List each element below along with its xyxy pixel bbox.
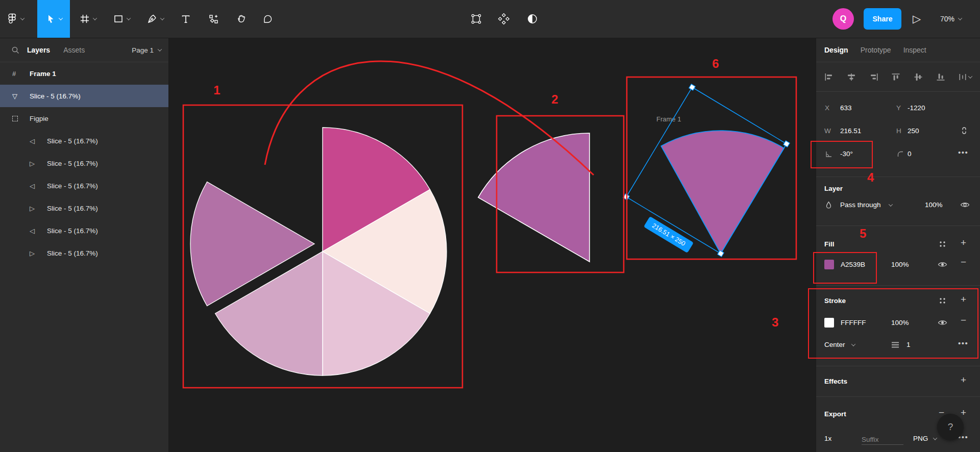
blend-mode-icon — [825, 201, 832, 210]
rotation-value[interactable]: -30° — [840, 150, 853, 158]
chevron-down-icon[interactable] — [58, 16, 62, 20]
align-top-icon[interactable] — [891, 73, 900, 81]
chevron-down-icon[interactable] — [127, 16, 131, 20]
figma-menu[interactable] — [7, 0, 24, 38]
align-right-icon[interactable] — [869, 73, 878, 81]
effects-section-title: Effects — [824, 378, 847, 385]
fill-color-swatch[interactable] — [824, 260, 834, 269]
present-button[interactable]: ▷ — [913, 0, 921, 38]
layer-section-title: Layer — [824, 185, 843, 192]
eye-icon[interactable] — [960, 202, 970, 208]
text-tool[interactable] — [181, 0, 191, 38]
component-tool[interactable] — [208, 0, 219, 38]
stroke-weight-value[interactable]: 1 — [906, 341, 911, 348]
zoom-control[interactable]: 70% — [940, 0, 962, 38]
layer-label: Slice - 5 (16.7%) — [47, 249, 98, 257]
eye-icon[interactable] — [938, 261, 947, 268]
slice-icon — [12, 116, 30, 121]
stroke-opacity[interactable]: 100% — [891, 319, 909, 327]
fill-hex-value[interactable]: A2539B — [841, 261, 865, 268]
play-icon: ▷ — [913, 13, 921, 25]
styles-icon[interactable] — [939, 297, 946, 305]
shape-tool[interactable] — [113, 0, 130, 38]
edit-object-button[interactable] — [470, 0, 482, 38]
layer-opacity[interactable]: 100% — [925, 201, 943, 209]
layer-row[interactable]: Figpie — [0, 107, 168, 130]
annotation-number-6: 6 — [712, 57, 719, 70]
layer-row[interactable]: ◁Slice - 5 (16.7%) — [0, 174, 168, 197]
selection-handle[interactable] — [718, 250, 724, 257]
layer-row[interactable]: ◁Slice - 5 (16.7%) — [0, 130, 168, 152]
stroke-color-swatch[interactable] — [824, 318, 834, 328]
search-icon[interactable] — [11, 46, 20, 55]
canvas-frame-label[interactable]: Frame 1 — [656, 115, 681, 123]
width-value[interactable]: 216.51 — [840, 127, 861, 135]
suffix-input[interactable] — [862, 435, 903, 445]
layer-row[interactable]: ▷Slice - 5 (16.7%) — [0, 242, 168, 264]
page-selector[interactable]: Page 1 — [132, 46, 161, 54]
tab-assets[interactable]: Assets — [63, 46, 85, 54]
distribute-menu[interactable] — [959, 73, 972, 81]
layer-row[interactable]: #Frame 1 — [0, 62, 168, 85]
layer-row[interactable]: ▷Slice - 5 (16.7%) — [0, 197, 168, 219]
triangle-right-icon: ▷ — [30, 160, 47, 167]
layer-label: Slice - 5 (16.7%) — [47, 160, 98, 167]
tab-layers[interactable]: Layers — [27, 46, 50, 54]
x-value[interactable]: 633 — [840, 104, 852, 112]
selection-handle[interactable] — [689, 84, 695, 90]
comment-icon — [262, 14, 273, 24]
more-options-icon[interactable]: ••• — [958, 148, 968, 157]
avatar[interactable]: Q — [832, 8, 854, 30]
share-button[interactable]: Share — [864, 8, 901, 30]
tab-inspect[interactable]: Inspect — [903, 46, 926, 54]
stroke-hex-value[interactable]: FFFFFF — [841, 319, 866, 327]
chevron-down-icon — [968, 74, 972, 78]
align-left-icon[interactable] — [824, 73, 834, 81]
variants-button[interactable] — [498, 0, 510, 38]
align-bottom-icon[interactable] — [936, 73, 945, 81]
corner-radius-icon — [896, 150, 904, 158]
chevron-down-icon[interactable] — [93, 16, 97, 20]
export-format[interactable]: PNG — [913, 435, 928, 442]
constrain-proportions-icon[interactable] — [960, 126, 968, 135]
pen-tool[interactable] — [147, 0, 164, 38]
add-export-icon[interactable]: + — [961, 407, 966, 418]
hand-tool[interactable] — [236, 0, 247, 38]
frame-tool[interactable] — [80, 0, 96, 38]
help-button[interactable]: ? — [937, 414, 964, 440]
mask-icon — [526, 13, 538, 25]
fill-opacity[interactable]: 100% — [891, 261, 909, 268]
add-fill-icon[interactable]: + — [961, 237, 966, 248]
comment-tool[interactable] — [262, 0, 273, 38]
chevron-down-icon[interactable] — [160, 16, 164, 20]
canvas[interactable]: Frame 1216.51 × 250126 — [169, 38, 816, 452]
inspector-tabs: Design Prototype Inspect — [816, 38, 980, 62]
chevron-down-icon — [889, 202, 893, 206]
dragged-slice[interactable] — [478, 133, 590, 262]
eye-icon[interactable] — [938, 319, 947, 326]
y-value[interactable]: -1220 — [908, 104, 925, 112]
tab-prototype[interactable]: Prototype — [861, 46, 891, 54]
styles-icon[interactable] — [939, 240, 946, 248]
remove-fill-icon[interactable]: − — [961, 257, 966, 268]
height-value[interactable]: 250 — [908, 127, 919, 135]
move-tool[interactable] — [37, 0, 70, 38]
blend-mode-value[interactable]: Pass through — [840, 201, 881, 209]
stroke-align-value[interactable]: Center — [824, 341, 845, 348]
corner-radius-value[interactable]: 0 — [908, 150, 912, 158]
align-horizontal-center-icon[interactable] — [847, 73, 856, 81]
remove-stroke-icon[interactable]: − — [961, 315, 966, 326]
triangle-left-icon: ◁ — [30, 182, 47, 190]
add-effect-icon[interactable]: + — [961, 374, 966, 386]
selection-handle[interactable] — [783, 141, 790, 147]
add-stroke-icon[interactable]: + — [961, 294, 966, 305]
more-options-icon[interactable]: ••• — [958, 339, 968, 347]
mask-button[interactable] — [526, 0, 538, 38]
tab-design[interactable]: Design — [824, 46, 848, 54]
export-scale[interactable]: 1x — [824, 435, 831, 442]
layer-row[interactable]: ◁Slice - 5 (16.7%) — [0, 219, 168, 242]
layer-row[interactable]: ▷Slice - 5 (16.7%) — [0, 152, 168, 174]
layer-row[interactable]: ▽Slice - 5 (16.7%) — [0, 85, 168, 107]
align-vertical-center-icon[interactable] — [914, 73, 923, 81]
chevron-down-icon — [958, 16, 962, 20]
